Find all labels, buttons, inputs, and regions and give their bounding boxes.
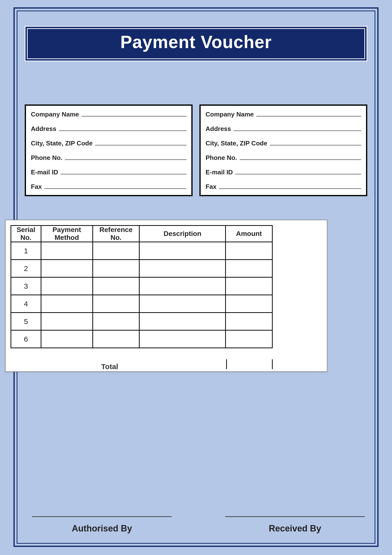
field-fax: Fax bbox=[31, 182, 186, 191]
cell-serial: 3 bbox=[11, 277, 41, 295]
label-fax: Fax bbox=[31, 183, 42, 191]
table-header-row: Serial No. Payment Method Reference No. … bbox=[11, 226, 272, 242]
field-phone: Phone No. bbox=[206, 154, 361, 162]
table-row: 5 bbox=[11, 313, 272, 330]
inner-frame: Payment Voucher Company Name Address Cit… bbox=[17, 11, 375, 544]
label-company: Company Name bbox=[206, 111, 254, 118]
blank-line[interactable] bbox=[235, 168, 361, 174]
label-email: E-mail ID bbox=[31, 168, 58, 176]
label-address: Address bbox=[206, 125, 231, 133]
field-phone: Phone No. bbox=[31, 154, 186, 162]
blank-line[interactable] bbox=[44, 182, 186, 189]
label-email: E-mail ID bbox=[206, 168, 233, 176]
field-fax: Fax bbox=[206, 182, 361, 191]
blank-line[interactable] bbox=[233, 125, 361, 131]
cell-amount[interactable] bbox=[226, 295, 272, 313]
label-phone: Phone No. bbox=[31, 154, 62, 162]
table-row: 6 bbox=[11, 330, 272, 348]
cell-method[interactable] bbox=[41, 260, 93, 277]
info-box-right: Company Name Address City, State, ZIP Co… bbox=[199, 104, 367, 196]
signature-received: Received By bbox=[225, 516, 365, 534]
blank-line[interactable] bbox=[61, 168, 186, 174]
field-csz: City, State, ZIP Code bbox=[31, 139, 186, 147]
cell-method[interactable] bbox=[41, 295, 93, 313]
blank-line[interactable] bbox=[59, 125, 186, 131]
blank-line[interactable] bbox=[240, 154, 361, 160]
cell-method[interactable] bbox=[41, 330, 93, 348]
header-ref: Reference No. bbox=[93, 226, 139, 242]
cell-amount[interactable] bbox=[226, 260, 272, 277]
blank-line[interactable] bbox=[219, 182, 361, 189]
cell-desc[interactable] bbox=[139, 330, 226, 348]
label-address: Address bbox=[31, 125, 56, 133]
signature-label-authorised: Authorised By bbox=[32, 523, 172, 534]
table-row: 4 bbox=[11, 295, 272, 313]
page-title: Payment Voucher bbox=[28, 32, 364, 52]
cell-desc[interactable] bbox=[139, 295, 226, 313]
cell-method[interactable] bbox=[41, 313, 93, 330]
header-desc: Description bbox=[139, 226, 226, 242]
field-address: Address bbox=[206, 125, 361, 133]
total-label: Total bbox=[101, 362, 118, 371]
cell-ref[interactable] bbox=[93, 330, 139, 348]
field-csz: City, State, ZIP Code bbox=[206, 139, 361, 147]
cell-ref[interactable] bbox=[93, 260, 139, 277]
cell-ref[interactable] bbox=[93, 313, 139, 330]
blank-line[interactable] bbox=[270, 139, 361, 145]
title-inner-border: Payment Voucher bbox=[27, 28, 365, 59]
blank-line[interactable] bbox=[256, 110, 361, 116]
total-divider bbox=[226, 359, 227, 369]
label-company: Company Name bbox=[31, 111, 79, 118]
cell-amount[interactable] bbox=[226, 277, 272, 295]
total-row: Total bbox=[11, 360, 273, 372]
table-row: 3 bbox=[11, 277, 272, 295]
field-email: E-mail ID bbox=[31, 168, 186, 176]
label-fax: Fax bbox=[206, 183, 217, 191]
cell-method[interactable] bbox=[41, 277, 93, 295]
field-address: Address bbox=[31, 125, 186, 133]
signature-line[interactable] bbox=[225, 516, 365, 517]
title-banner: Payment Voucher bbox=[25, 26, 367, 61]
cell-serial: 1 bbox=[11, 242, 41, 260]
header-method: Payment Method bbox=[41, 226, 93, 242]
payment-table: Serial No. Payment Method Reference No. … bbox=[11, 225, 273, 348]
cell-desc[interactable] bbox=[139, 242, 226, 260]
field-email: E-mail ID bbox=[206, 168, 361, 176]
field-company: Company Name bbox=[206, 110, 361, 118]
cell-ref[interactable] bbox=[93, 242, 139, 260]
blank-line[interactable] bbox=[95, 139, 186, 145]
cell-method[interactable] bbox=[41, 242, 93, 260]
info-boxes: Company Name Address City, State, ZIP Co… bbox=[25, 104, 367, 196]
signature-area: Authorised By Received By bbox=[32, 516, 365, 534]
cell-ref[interactable] bbox=[93, 277, 139, 295]
field-company: Company Name bbox=[31, 110, 186, 118]
cell-serial: 4 bbox=[11, 295, 41, 313]
cell-serial: 2 bbox=[11, 260, 41, 277]
signature-authorised: Authorised By bbox=[32, 516, 172, 534]
total-divider bbox=[272, 359, 273, 369]
header-serial: Serial No. bbox=[11, 226, 41, 242]
signature-line[interactable] bbox=[32, 516, 172, 517]
signature-label-received: Received By bbox=[225, 523, 365, 534]
cell-amount[interactable] bbox=[226, 242, 272, 260]
table-row: 1 bbox=[11, 242, 272, 260]
blank-line[interactable] bbox=[82, 110, 187, 116]
cell-ref[interactable] bbox=[93, 295, 139, 313]
label-phone: Phone No. bbox=[206, 154, 237, 162]
cell-amount[interactable] bbox=[226, 330, 272, 348]
outer-frame: Payment Voucher Company Name Address Cit… bbox=[13, 7, 379, 547]
payment-table-card: Serial No. Payment Method Reference No. … bbox=[5, 220, 327, 372]
cell-serial: 6 bbox=[11, 330, 41, 348]
header-amount: Amount bbox=[226, 226, 272, 242]
cell-desc[interactable] bbox=[139, 277, 226, 295]
cell-desc[interactable] bbox=[139, 313, 226, 330]
label-csz: City, State, ZIP Code bbox=[206, 140, 267, 147]
cell-desc[interactable] bbox=[139, 260, 226, 277]
blank-line[interactable] bbox=[65, 154, 186, 160]
label-csz: City, State, ZIP Code bbox=[31, 140, 93, 147]
info-box-left: Company Name Address City, State, ZIP Co… bbox=[25, 104, 193, 196]
cell-amount[interactable] bbox=[226, 313, 272, 330]
table-row: 2 bbox=[11, 260, 272, 277]
cell-serial: 5 bbox=[11, 313, 41, 330]
